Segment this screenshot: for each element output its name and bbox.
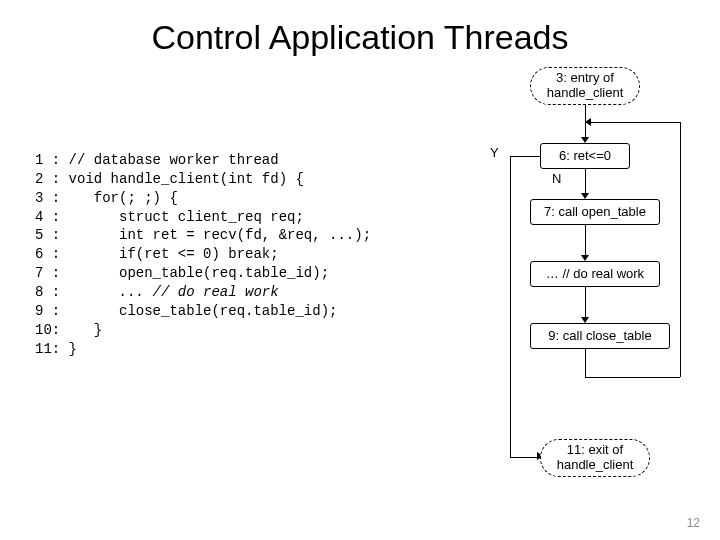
arrow-open-work xyxy=(585,225,586,255)
arrowhead-loop xyxy=(585,118,591,126)
arrow-y-v xyxy=(510,156,511,457)
node-entry: 3: entry of handle_client xyxy=(530,67,640,105)
code-line-7: 7 : open_table(req.table_id); xyxy=(35,265,329,281)
code-line-3: 3 : for(; ;) { xyxy=(35,190,178,206)
node-ret: 6: ret<=0 xyxy=(540,143,630,169)
code-line-9: 9 : close_table(req.table_id); xyxy=(35,303,337,319)
page-number: 12 xyxy=(687,516,700,530)
code-line-11: 11: } xyxy=(35,341,77,357)
slide-content: 1 : // database worker thread 2 : void h… xyxy=(0,67,720,507)
label-y: Y xyxy=(490,145,499,160)
arrow-ret-open xyxy=(585,169,586,193)
label-n: N xyxy=(552,171,561,186)
arrow-loop-h1 xyxy=(585,377,680,378)
arrow-work-close xyxy=(585,287,586,317)
flowchart: 3: entry of handle_client 6: ret<=0 Y N … xyxy=(440,67,700,507)
code-line-2: 2 : void handle_client(int fd) { xyxy=(35,171,304,187)
code-line-8b: ... // do real work xyxy=(119,284,279,300)
code-line-5: 5 : int ret = recv(fd, &req, ...); xyxy=(35,227,371,243)
code-line-1: 1 : // database worker thread xyxy=(35,152,279,168)
node-close: 9: call close_table xyxy=(530,323,670,349)
arrow-loop-v2 xyxy=(680,122,681,377)
arrow-y-h2 xyxy=(510,457,540,458)
node-work: … // do real work xyxy=(530,261,660,287)
code-line-8a: 8 : xyxy=(35,284,119,300)
node-exit: 11: exit of handle_client xyxy=(540,439,650,477)
node-open: 7: call open_table xyxy=(530,199,660,225)
code-line-6: 6 : if(ret <= 0) break; xyxy=(35,246,279,262)
arrow-y-h1 xyxy=(510,156,540,157)
arrow-loop-h2 xyxy=(585,122,680,123)
code-line-4: 4 : struct client_req req; xyxy=(35,209,304,225)
arrow-loop-v1 xyxy=(585,349,586,377)
code-line-10: 10: } xyxy=(35,322,102,338)
slide-title: Control Application Threads xyxy=(0,18,720,57)
code-listing: 1 : // database worker thread 2 : void h… xyxy=(35,132,371,359)
